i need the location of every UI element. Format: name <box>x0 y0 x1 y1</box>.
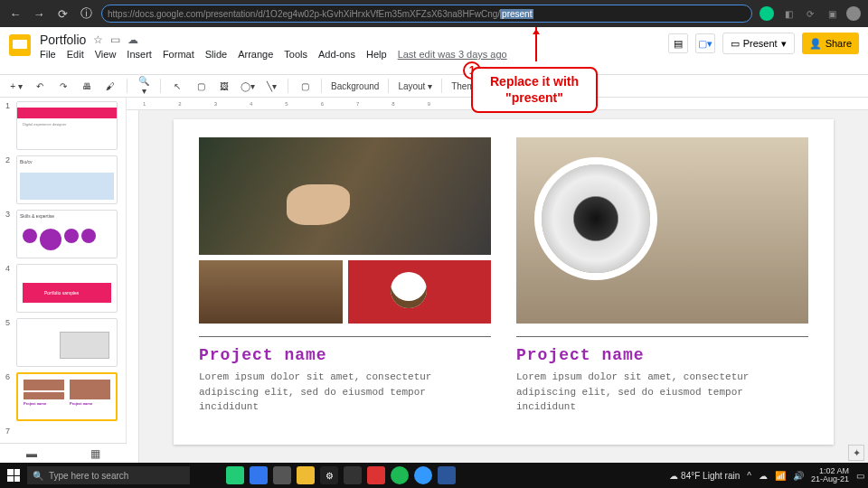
comment-tool[interactable]: ▢ <box>297 81 312 91</box>
menu-bar: File Edit View Insert Format Slide Arran… <box>40 49 507 60</box>
google-slides-logo-icon[interactable] <box>9 34 31 56</box>
site-info-icon[interactable]: ⓘ <box>78 5 94 22</box>
project-image-speaker[interactable] <box>516 137 808 324</box>
undo-button[interactable]: ↶ <box>33 81 47 91</box>
menu-view[interactable]: View <box>95 49 117 60</box>
ruler-vertical <box>127 110 139 463</box>
select-tool[interactable]: ↖ <box>170 81 184 91</box>
taskbar-settings-icon[interactable]: ⚙ <box>320 466 338 484</box>
line-tool[interactable]: ╲▾ <box>264 81 278 91</box>
view-mode-bar: ▬ ▦ <box>0 443 127 463</box>
slide-thumb-5[interactable] <box>16 318 118 367</box>
taskbar-app-icon[interactable] <box>414 466 432 484</box>
tray-wifi-icon[interactable]: 📶 <box>775 471 786 481</box>
textbox-tool[interactable]: ▢ <box>193 81 208 91</box>
menu-addons[interactable]: Add-ons <box>318 49 355 60</box>
project-desc-right[interactable]: Lorem ipsum dolor sit amet, consectetur … <box>516 370 808 415</box>
paint-format-button[interactable]: 🖌 <box>103 81 118 91</box>
slide-stage[interactable]: Project name Lorem ipsum dolor sit amet,… <box>139 110 868 463</box>
document-title[interactable]: Portfolio <box>40 33 86 47</box>
shape-tool[interactable]: ◯▾ <box>241 81 255 91</box>
annotation-line1: Replace it with <box>473 74 596 90</box>
taskbar-edge-icon[interactable] <box>250 466 268 484</box>
profile-avatar-icon[interactable] <box>846 6 861 21</box>
presentation-display-icon[interactable]: ▢▾ <box>695 33 715 53</box>
extension-grammarly-icon[interactable] <box>760 6 774 21</box>
project-image-main[interactable] <box>199 137 491 255</box>
tray-onedrive-icon[interactable]: ☁ <box>759 471 768 481</box>
grid-view-button[interactable]: ▦ <box>63 444 127 463</box>
extension-icon[interactable]: ◧ <box>781 6 796 21</box>
search-placeholder: Type here to search <box>49 471 128 481</box>
forward-button[interactable]: → <box>31 5 47 22</box>
last-edit-link[interactable]: Last edit was 3 days ago <box>398 49 507 60</box>
taskbar-apps: ⚙ <box>226 466 456 484</box>
menu-slide[interactable]: Slide <box>205 49 227 60</box>
present-button[interactable]: ▭ Present ▾ <box>722 33 795 54</box>
thumb-number: 7 <box>5 427 13 436</box>
taskbar-app-icon[interactable] <box>344 466 362 484</box>
annotation-line2: "present" <box>473 90 596 107</box>
slide-thumb-3[interactable]: Skills & expertise <box>16 210 118 258</box>
tray-volume-icon[interactable]: 🔊 <box>793 471 804 481</box>
taskbar-app-icon[interactable] <box>273 466 291 484</box>
comments-icon[interactable]: ▤ <box>668 33 688 53</box>
background-button[interactable]: Background <box>331 81 379 91</box>
thumb-number: 4 <box>5 264 13 313</box>
slide-thumb-6[interactable]: Project name Project name <box>16 372 118 421</box>
taskbar-explorer-icon[interactable] <box>297 466 315 484</box>
project-image-coffee[interactable] <box>348 260 492 324</box>
divider <box>199 336 491 337</box>
menu-tools[interactable]: Tools <box>284 49 307 60</box>
menu-format[interactable]: Format <box>163 49 194 60</box>
title-area: Portfolio ☆ ▭ ☁ File Edit View Insert Fo… <box>40 33 507 60</box>
image-tool[interactable]: 🖼 <box>217 81 231 91</box>
print-button[interactable]: 🖶 <box>80 81 94 91</box>
explore-button[interactable]: ✦ <box>848 445 864 461</box>
clock[interactable]: 1:02 AM 21-Aug-21 <box>811 467 849 484</box>
new-slide-button[interactable]: + ▾ <box>9 81 24 91</box>
star-icon[interactable]: ☆ <box>93 33 103 46</box>
share-button[interactable]: 👤 Share <box>802 33 859 54</box>
taskbar-spotify-icon[interactable] <box>391 466 409 484</box>
share-label: Share <box>826 38 852 49</box>
zoom-button[interactable]: 🔍▾ <box>137 76 151 96</box>
menu-insert[interactable]: Insert <box>127 49 152 60</box>
slide-thumb-2[interactable]: Bio/cv <box>16 155 118 204</box>
thumb-number: 2 <box>5 155 13 204</box>
menu-file[interactable]: File <box>40 49 56 60</box>
collections-icon[interactable]: ▣ <box>825 6 839 21</box>
move-folder-icon[interactable]: ▭ <box>110 33 120 46</box>
url-selection: present <box>500 9 533 19</box>
thumbnail-panel[interactable]: 1 Digital experience designer 2 Bio/cv 3… <box>0 98 127 463</box>
back-button[interactable]: ← <box>7 5 24 22</box>
toolbar: + ▾ ↶ ↷ 🖶 🖌 🔍▾ ↖ ▢ 🖼 ◯▾ ╲▾ ▢ Background … <box>0 74 868 98</box>
taskbar-word-icon[interactable] <box>438 466 456 484</box>
slide-thumb-1[interactable]: Digital experience designer <box>16 101 118 150</box>
taskbar-office-icon[interactable] <box>367 466 385 484</box>
project-image-cameras[interactable] <box>199 260 343 324</box>
reload-button[interactable]: ⟳ <box>54 5 71 22</box>
menu-arrange[interactable]: Arrange <box>238 49 273 60</box>
project-desc-left[interactable]: Lorem ipsum dolor sit amet, consectetur … <box>199 370 491 415</box>
menu-help[interactable]: Help <box>366 49 387 60</box>
layout-button[interactable]: Layout ▾ <box>398 81 432 91</box>
taskbar-search[interactable]: 🔍 Type here to search <box>27 466 190 484</box>
tray-chevron-icon[interactable]: ^ <box>747 471 751 481</box>
slide-thumb-4[interactable]: Portfolio samples <box>16 264 118 313</box>
thumb-text: Portfolio samples <box>44 290 79 296</box>
slide-column-right: Project name Lorem ipsum dolor sit amet,… <box>516 137 808 427</box>
filmstrip-view-button[interactable]: ▬ <box>0 444 63 463</box>
redo-button[interactable]: ↷ <box>56 81 71 91</box>
weather-widget[interactable]: ☁ 84°F Light rain <box>669 471 740 481</box>
address-bar[interactable]: https://docs.google.com/presentation/d/1… <box>101 5 752 23</box>
project-title-left[interactable]: Project name <box>199 346 491 364</box>
search-icon: 🔍 <box>33 471 43 481</box>
menu-edit[interactable]: Edit <box>67 49 84 60</box>
taskbar-app-icon[interactable] <box>226 466 244 484</box>
start-button[interactable] <box>4 465 24 485</box>
slide-canvas[interactable]: Project name Lorem ipsum dolor sit amet,… <box>174 119 834 445</box>
extension-icon[interactable]: ⟳ <box>803 6 817 21</box>
notifications-icon[interactable]: ▭ <box>856 471 864 481</box>
project-title-right[interactable]: Project name <box>516 346 808 364</box>
